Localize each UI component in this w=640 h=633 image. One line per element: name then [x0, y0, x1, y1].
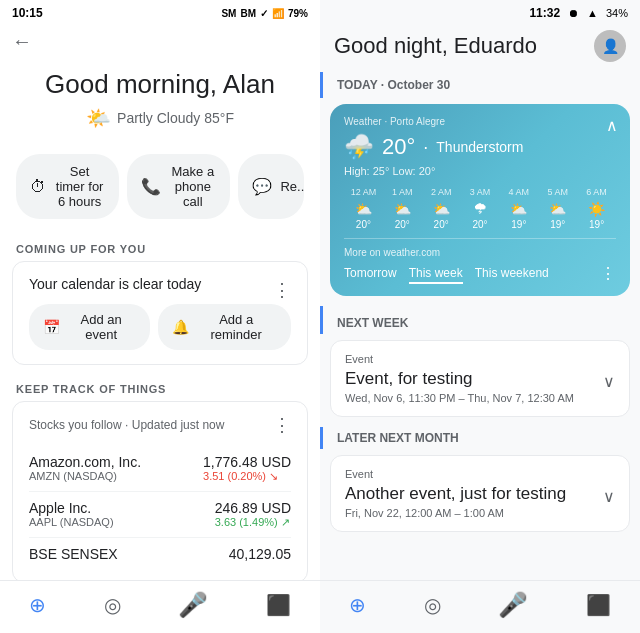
table-row: Amazon.com, Inc. AMZN (NASDAQ) 1,776.48 … — [29, 446, 291, 492]
list-item: 5 AM ⛅ 19° — [538, 187, 577, 230]
calendar-icon: 📅 — [43, 319, 60, 335]
later-next-month-label: LATER NEXT MONTH — [320, 427, 640, 449]
weather-condition: Thunderstorm — [436, 139, 523, 155]
set-timer-button[interactable]: ⏱ Set timer for 6 hours — [16, 154, 119, 219]
stock-price: 1,776.48 USD — [203, 454, 291, 470]
add-reminder-button[interactable]: 🔔 Add a reminder — [158, 304, 291, 350]
weather-source: Weather · Porto Alegre — [344, 116, 616, 127]
avatar[interactable]: 👤 — [594, 30, 626, 62]
stock-info: BSE SENSEX — [29, 546, 118, 562]
mic-icon[interactable]: 🎤 — [178, 591, 208, 619]
event-expand-button[interactable]: ∨ — [603, 372, 615, 391]
right-panel: 11:32 ⏺ ▲ 34% Good night, Eduardo 👤 TODA… — [320, 0, 640, 633]
status-bar-right: 11:32 ⏺ ▲ 34% — [320, 0, 640, 26]
stock-name: Apple Inc. — [29, 500, 114, 516]
list-item: 4 AM ⛅ 19° — [499, 187, 538, 230]
stock-ticker: AAPL (NASDAQ) — [29, 516, 114, 528]
stock-ticker: AMZN (NASDAQ) — [29, 470, 141, 482]
message-icon: 💬 — [252, 177, 272, 196]
later-event-expand-button[interactable]: ∨ — [603, 487, 615, 506]
add-event-label: Add an event — [66, 312, 136, 342]
add-event-button[interactable]: 📅 Add an event — [29, 304, 150, 350]
weather-high-low: High: 25° Low: 20° — [344, 165, 616, 177]
right-greeting: Good night, Eduardo — [334, 33, 537, 59]
timer-icon: ⏱ — [30, 178, 46, 196]
hourly-forecast: 12 AM ⛅ 20° 1 AM ⛅ 20° 2 AM ⛅ 20° 3 AM 🌩 — [344, 187, 616, 230]
mic-icon-right[interactable]: 🎤 — [498, 591, 528, 619]
phone-icon: 📞 — [141, 177, 161, 196]
weather-more-link[interactable]: More on weather.com — [344, 247, 616, 258]
later-event-card: Event Another event, just for testing ∨ … — [330, 455, 630, 532]
calendar-actions: 📅 Add an event 🔔 Add a reminder — [29, 304, 291, 350]
list-item: 12 AM ⛅ 20° — [344, 187, 383, 230]
status-time-left: 10:15 — [12, 6, 43, 20]
weather-tab-week[interactable]: This week — [409, 264, 463, 284]
weather-expand-button[interactable]: ∧ — [606, 116, 618, 135]
stock-price: 40,129.05 — [229, 546, 291, 562]
left-panel: 10:15 SM BM ✓ 📶 79% ← Good morning, Alan… — [0, 0, 320, 633]
status-bar-left: 10:15 SM BM ✓ 📶 79% — [0, 0, 320, 26]
keep-track-label: KEEP TRACK OF THINGS — [0, 377, 320, 401]
bottom-bar-left: ⊕ ◎ 🎤 ⬛ — [0, 580, 320, 633]
stock-price: 246.89 USD — [215, 500, 291, 516]
weather-tabs: Tomorrow This week This weekend ⋮ — [344, 264, 616, 284]
battery-text: 34% — [606, 7, 628, 19]
weather-emoji-icon: 🌤️ — [86, 106, 111, 130]
set-timer-label: Set timer for 6 hours — [54, 164, 105, 209]
top-nav: ← — [0, 26, 320, 61]
more-action-button[interactable]: 💬 Re... — [238, 154, 304, 219]
weather-card: Weather · Porto Alegre ⛈️ 20° · Thunders… — [330, 104, 630, 296]
next-week-label: NEXT WEEK — [320, 306, 640, 334]
lens-icon-right[interactable]: ◎ — [424, 593, 441, 617]
right-header: Good night, Eduardo 👤 — [320, 26, 640, 72]
make-call-button[interactable]: 📞 Make a phone call — [127, 154, 230, 219]
status-icons-left: SM BM ✓ 📶 79% — [221, 8, 308, 19]
back-button[interactable]: ← — [12, 30, 32, 53]
status-time-right: 11:32 — [529, 6, 560, 20]
stocks-updated-text: Stocks you follow · Updated just now — [29, 418, 224, 432]
event-type: Event — [345, 353, 615, 365]
make-call-label: Make a phone call — [169, 164, 216, 209]
stock-change: 3.51 (0.20%) ↘ — [203, 470, 291, 483]
lens-icon[interactable]: ◎ — [104, 593, 121, 617]
bottom-bar-right: ⊕ ◎ 🎤 ⬛ — [320, 580, 640, 633]
stock-info: Amazon.com, Inc. AMZN (NASDAQ) — [29, 454, 141, 482]
keyboard-icon[interactable]: ⬛ — [266, 593, 291, 617]
weather-tab-weekend[interactable]: This weekend — [475, 264, 549, 284]
stock-name: BSE SENSEX — [29, 546, 118, 562]
list-item: 2 AM ⛅ 20° — [422, 187, 461, 230]
greeting-section: Good morning, Alan 🌤️ Partly Cloudy 85°F — [0, 61, 320, 146]
later-event-time: Fri, Nov 22, 12:00 AM – 1:00 AM — [345, 507, 615, 519]
stock-price-info: 246.89 USD 3.63 (1.49%) ↗ — [215, 500, 291, 529]
recording-icon: ⏺ — [568, 7, 579, 19]
list-item: 3 AM 🌩 20° — [461, 187, 500, 230]
home-icon-right[interactable]: ⊕ — [349, 593, 366, 617]
signal-icon: ▲ — [587, 7, 598, 19]
weather-temp: 20° — [382, 134, 415, 160]
stocks-more-button[interactable]: ⋮ — [273, 414, 291, 436]
keyboard-icon-right[interactable]: ⬛ — [586, 593, 611, 617]
list-item: 6 AM ☀️ 19° — [577, 187, 616, 230]
table-row: BSE SENSEX 40,129.05 — [29, 538, 291, 570]
home-icon[interactable]: ⊕ — [29, 593, 46, 617]
calendar-more-button[interactable]: ⋮ — [273, 279, 291, 301]
right-content: TODAY · October 30 Weather · Porto Alegr… — [320, 72, 640, 633]
left-greeting: Good morning, Alan — [20, 69, 300, 100]
weather-tab-tomorrow[interactable]: Tomorrow — [344, 264, 397, 284]
add-reminder-label: Add a reminder — [195, 312, 277, 342]
quick-actions: ⏱ Set timer for 6 hours 📞 Make a phone c… — [0, 146, 320, 235]
list-item: 1 AM ⛅ 20° — [383, 187, 422, 230]
stock-change: 3.63 (1.49%) ↗ — [215, 516, 291, 529]
more-action-label: Re... — [280, 179, 304, 194]
reminder-icon: 🔔 — [172, 319, 189, 335]
stock-price-info: 40,129.05 — [229, 546, 291, 562]
stock-price-info: 1,776.48 USD 3.51 (0.20%) ↘ — [203, 454, 291, 483]
weather-line: 🌤️ Partly Cloudy 85°F — [20, 106, 300, 130]
today-date-label: TODAY · October 30 — [320, 72, 640, 98]
table-row: Apple Inc. AAPL (NASDAQ) 246.89 USD 3.63… — [29, 492, 291, 538]
weather-tabs-more-button[interactable]: ⋮ — [600, 264, 616, 284]
event-time: Wed, Nov 6, 11:30 PM – Thu, Nov 7, 12:30… — [345, 392, 615, 404]
later-event-type: Event — [345, 468, 615, 480]
calendar-clear-text: Your calendar is clear today — [29, 276, 201, 292]
weather-main: ⛈️ 20° · Thunderstorm — [344, 133, 616, 161]
